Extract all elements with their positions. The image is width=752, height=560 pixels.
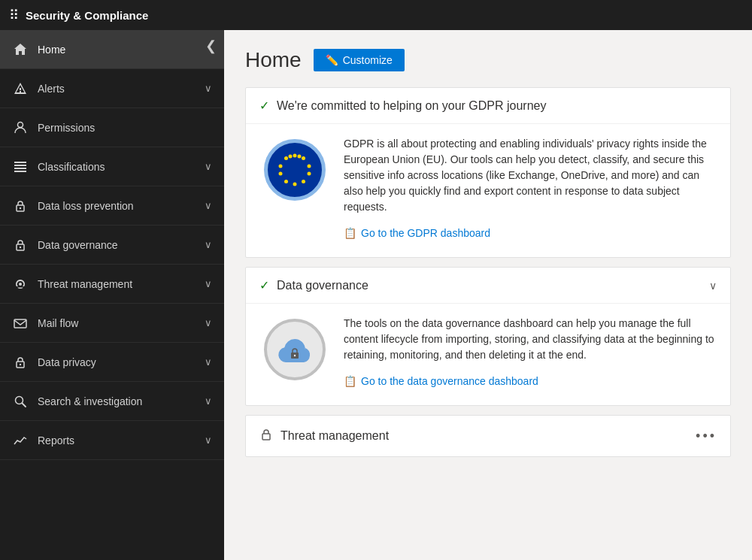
eu-flag-icon: [264, 139, 326, 201]
svg-point-16: [302, 156, 305, 160]
chevron-down-icon: ∨: [709, 280, 717, 292]
sidebar-item-home[interactable]: Home: [0, 30, 224, 69]
app-title: Security & Compliance: [26, 9, 148, 22]
svg-line-14: [23, 403, 26, 407]
sidebar-item-home-label: Home: [38, 44, 212, 56]
check-icon: ✓: [259, 98, 269, 113]
data-governance-link-text: Go to the data governance dashboard: [361, 375, 538, 387]
svg-point-17: [308, 165, 311, 168]
home-icon: [12, 41, 29, 58]
data-governance-card-body: The tools on the data governance dashboa…: [246, 303, 730, 405]
customize-button[interactable]: ✏️ Customize: [314, 49, 405, 71]
person-icon: [12, 120, 29, 136]
data-governance-description: The tools on the data governance dashboa…: [344, 316, 715, 363]
threat-management-card-title: Threat management: [280, 429, 688, 443]
svg-point-22: [279, 172, 283, 176]
chevron-down-icon: ∨: [205, 356, 212, 368]
sidebar: ❮ Home Alerts ∨: [0, 30, 224, 560]
more-options-icon[interactable]: •••: [696, 428, 717, 444]
lock-icon: [259, 428, 273, 444]
sidebar-item-mail-flow-label: Mail flow: [38, 317, 205, 329]
gdpr-card: ✓ We're committed to helping on your GDP…: [245, 87, 731, 258]
threat-management-card-header[interactable]: Threat management •••: [246, 416, 730, 456]
svg-point-12: [20, 363, 21, 365]
sidebar-item-data-privacy[interactable]: Data privacy ∨: [0, 343, 224, 382]
data-governance-card-title: Data governance: [277, 279, 702, 292]
gdpr-dashboard-link[interactable]: 📋 Go to the GDPR dashboard: [344, 227, 715, 239]
sidebar-item-data-governance[interactable]: Data governance ∨: [0, 226, 224, 265]
sidebar-item-data-loss-prevention[interactable]: Data loss prevention ∨: [0, 186, 224, 226]
lock-icon: [12, 237, 29, 253]
gdpr-icon-area: [261, 136, 329, 204]
sidebar-item-data-governance-label: Data governance: [38, 239, 205, 251]
sidebar-item-classifications-label: Classifications: [38, 161, 205, 173]
topbar: ⠿ Security & Compliance: [0, 0, 752, 30]
svg-point-25: [289, 155, 293, 159]
sidebar-item-mail-flow[interactable]: Mail flow ∨: [0, 304, 224, 343]
sidebar-item-alerts-label: Alerts: [38, 83, 205, 95]
svg-point-28: [294, 355, 296, 356]
sidebar-item-data-privacy-label: Data privacy: [38, 356, 205, 368]
chevron-down-icon: ∨: [205, 83, 212, 94]
data-governance-text-area: The tools on the data governance dashboa…: [344, 316, 715, 387]
main-layout: ❮ Home Alerts ∨: [0, 30, 752, 560]
data-governance-icon-area: [261, 316, 329, 383]
svg-point-15: [293, 154, 297, 158]
chevron-down-icon: ∨: [205, 434, 212, 446]
svg-point-23: [279, 165, 283, 168]
page-header: Home ✏️ Customize: [245, 48, 731, 72]
svg-rect-2: [14, 165, 26, 166]
sidebar-item-alerts[interactable]: Alerts ∨: [0, 69, 224, 108]
gdpr-link-text: Go to the GDPR dashboard: [361, 227, 490, 239]
sidebar-item-threat-management-label: Threat management: [38, 278, 205, 290]
svg-point-9: [19, 283, 22, 286]
sidebar-item-reports[interactable]: Reports ∨: [0, 421, 224, 460]
data-governance-dashboard-link[interactable]: 📋 Go to the data governance dashboard: [344, 375, 715, 387]
sidebar-item-data-loss-prevention-label: Data loss prevention: [38, 200, 205, 212]
svg-point-20: [293, 183, 297, 186]
chevron-down-icon: ∨: [205, 278, 212, 289]
chevron-down-icon: ∨: [205, 200, 212, 211]
sidebar-item-classifications[interactable]: Classifications ∨: [0, 147, 224, 186]
svg-rect-29: [262, 434, 270, 440]
svg-point-19: [302, 180, 305, 183]
threat-management-card: Threat management •••: [245, 415, 731, 457]
svg-rect-10: [14, 319, 26, 328]
svg-point-0: [18, 122, 23, 127]
svg-point-8: [20, 246, 21, 247]
clipboard-icon: 📋: [344, 227, 356, 239]
check-icon: ✓: [259, 278, 269, 292]
chevron-down-icon: ∨: [205, 239, 212, 250]
chevron-down-icon: ∨: [205, 317, 212, 328]
svg-rect-3: [14, 168, 26, 169]
chevron-down-icon: ∨: [205, 395, 212, 407]
gdpr-card-body: GDPR is all about protecting and enablin…: [246, 123, 730, 257]
mail-icon: [12, 315, 29, 331]
chevron-down-icon: ∨: [205, 161, 212, 172]
gdpr-description: GDPR is all about protecting and enablin…: [344, 136, 715, 215]
sidebar-item-search-investigation-label: Search & investigation: [38, 395, 205, 407]
svg-point-21: [284, 180, 288, 183]
data-governance-card-header[interactable]: ✓ Data governance ∨: [246, 268, 730, 303]
svg-rect-1: [14, 162, 26, 163]
list-icon: [12, 159, 29, 175]
sidebar-item-search-investigation[interactable]: Search & investigation ∨: [0, 382, 224, 421]
svg-rect-4: [14, 171, 26, 172]
svg-point-24: [284, 156, 288, 160]
customize-button-label: Customize: [343, 54, 393, 66]
sidebar-item-permissions-label: Permissions: [38, 122, 212, 134]
alert-icon: [12, 80, 29, 97]
sidebar-item-permissions[interactable]: Permissions: [0, 108, 224, 147]
sidebar-item-threat-management[interactable]: Threat management ∨: [0, 265, 224, 304]
lock-icon: [12, 354, 29, 371]
lock-icon: [12, 198, 29, 214]
search-icon: [12, 393, 29, 410]
app-grid-icon: ⠿: [9, 7, 20, 23]
sidebar-collapse-button[interactable]: ❮: [205, 38, 217, 54]
gdpr-card-header[interactable]: ✓ We're committed to helping on your GDP…: [246, 88, 730, 123]
chart-icon: [12, 432, 29, 449]
data-governance-card: ✓ Data governance ∨: [245, 267, 731, 406]
svg-point-6: [20, 207, 21, 208]
clipboard-icon: 📋: [344, 375, 356, 387]
svg-point-26: [298, 155, 302, 159]
